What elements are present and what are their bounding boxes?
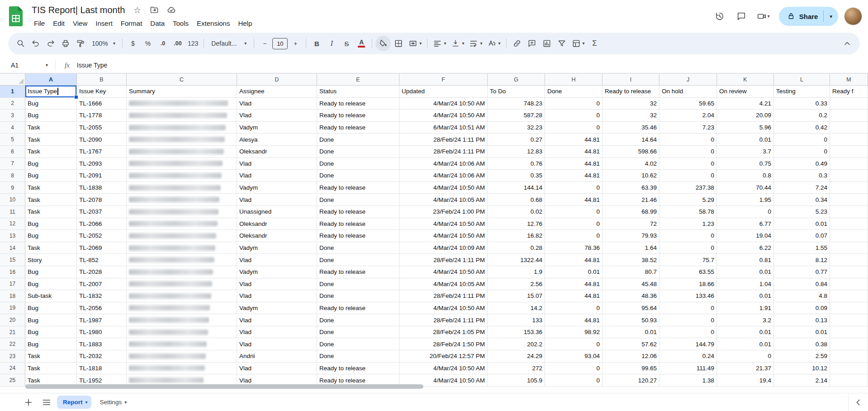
row-header-5[interactable]: 5 [0, 134, 25, 146]
text-wrap-button[interactable]: ▾ [467, 36, 484, 51]
cell-I12[interactable]: 72 [602, 218, 659, 230]
row-header-12[interactable]: 12 [0, 218, 25, 230]
cell-D3[interactable]: Vlad [237, 110, 317, 122]
cell-J20[interactable]: 0 [659, 314, 717, 326]
cell-I7[interactable]: 4.02 [602, 158, 659, 170]
cell-B21[interactable]: TL-1980 [77, 326, 127, 339]
zoom-dropdown[interactable]: 100% ▾ [88, 36, 119, 51]
cell-C19[interactable] [127, 302, 237, 315]
cell-I22[interactable]: 57.62 [602, 338, 659, 350]
cell-M10[interactable] [830, 194, 868, 206]
font-dropdown[interactable]: Default... ▾ [207, 36, 251, 51]
cell-M16[interactable] [830, 266, 868, 278]
cell-D23[interactable]: Andrii [237, 350, 317, 363]
row-header-15[interactable]: 15 [0, 254, 25, 266]
cell-G8[interactable]: 0.35 [488, 170, 545, 182]
cell-K14[interactable]: 6.22 [717, 242, 774, 254]
cell-H24[interactable]: 0 [545, 363, 602, 375]
add-sheet-button[interactable] [20, 394, 37, 411]
cell-H20[interactable]: 44.81 [545, 314, 602, 326]
cell-B15[interactable]: TL-852 [77, 254, 127, 266]
cell-J8[interactable]: 0 [659, 170, 717, 182]
cell-J9[interactable]: 237.38 [659, 182, 717, 194]
cell-M24[interactable] [830, 363, 868, 375]
cell-B9[interactable]: TL-1838 [77, 182, 127, 194]
redo-button[interactable] [43, 36, 58, 51]
cell-H1[interactable]: Done [545, 86, 602, 98]
fill-color-button[interactable] [375, 36, 391, 51]
cell-G1[interactable]: To Do [488, 86, 545, 98]
row-header-23[interactable]: 23 [0, 350, 25, 363]
cell-L19[interactable]: 0.09 [774, 302, 830, 315]
cell-J10[interactable]: 5.29 [659, 194, 717, 206]
cell-I23[interactable]: 12.06 [602, 350, 659, 363]
cell-K16[interactable]: 0.01 [717, 266, 774, 278]
cell-L22[interactable]: 0.38 [774, 338, 830, 350]
menu-file[interactable]: File [30, 18, 49, 29]
cell-K2[interactable]: 4.21 [717, 98, 774, 110]
cell-L10[interactable]: 0.34 [774, 194, 830, 206]
create-filter-button[interactable] [555, 36, 569, 51]
cell-C11[interactable] [127, 206, 237, 218]
cell-M19[interactable] [830, 302, 868, 315]
cell-I13[interactable]: 79.93 [602, 230, 659, 242]
cell-C22[interactable] [127, 338, 237, 350]
cell-G24[interactable]: 272 [488, 363, 545, 375]
cell-D11[interactable]: Unassigned [237, 206, 317, 218]
row-header-9[interactable]: 9 [0, 182, 25, 194]
cell-J24[interactable]: 111.49 [659, 363, 717, 375]
cell-I18[interactable]: 48.36 [602, 290, 659, 302]
cell-K20[interactable]: 3.2 [717, 314, 774, 326]
cell-M25[interactable] [830, 374, 868, 387]
cell-M3[interactable] [830, 110, 868, 122]
cell-L11[interactable]: 5.23 [774, 206, 830, 218]
join-call-button[interactable]: ▾ [753, 6, 773, 26]
cell-B19[interactable]: TL-2056 [77, 302, 127, 315]
name-box[interactable]: A1 ▾ [5, 59, 52, 72]
cell-H11[interactable]: 0 [545, 206, 602, 218]
cell-G11[interactable]: 0.02 [488, 206, 545, 218]
cell-I9[interactable]: 63.39 [602, 182, 659, 194]
vertical-align-button[interactable]: ▾ [449, 36, 466, 51]
cell-E1[interactable]: Status [317, 86, 399, 98]
cell-G6[interactable]: 12.83 [488, 146, 545, 158]
cell-K18[interactable]: 0.01 [717, 290, 774, 302]
cell-M11[interactable] [830, 206, 868, 218]
cell-G21[interactable]: 153.36 [488, 326, 545, 339]
cell-B2[interactable]: TL-1666 [77, 98, 127, 110]
cell-D21[interactable]: Vlad [237, 326, 317, 339]
borders-button[interactable] [391, 36, 406, 51]
sheet-tab-report[interactable]: Report ▾ [57, 396, 91, 409]
cell-J4[interactable]: 7.23 [659, 122, 717, 134]
cell-K13[interactable]: 19.04 [717, 230, 774, 242]
cell-L24[interactable]: 10.12 [774, 363, 830, 375]
cell-K21[interactable]: 0.01 [717, 326, 774, 339]
cell-G19[interactable]: 14.2 [488, 302, 545, 315]
column-header-M[interactable]: M [830, 73, 868, 86]
cell-K6[interactable]: 3.7 [717, 146, 774, 158]
cell-D6[interactable]: Oleksandr [237, 146, 317, 158]
cell-B4[interactable]: TL-2055 [77, 122, 127, 134]
cell-B1[interactable]: Issue Key [77, 86, 127, 98]
cell-F16[interactable]: 4/Mar/24 10:50 AM [399, 266, 488, 278]
cell-D22[interactable]: Vlad [237, 338, 317, 350]
cell-A24[interactable]: Task [25, 363, 77, 375]
row-header-21[interactable]: 21 [0, 326, 25, 339]
column-header-D[interactable]: D [237, 73, 317, 86]
cell-G18[interactable]: 15.07 [488, 290, 545, 302]
cell-K9[interactable]: 70.44 [717, 182, 774, 194]
cell-H21[interactable]: 98.92 [545, 326, 602, 339]
cell-J11[interactable]: 58.78 [659, 206, 717, 218]
cloud-status-icon[interactable] [164, 4, 179, 16]
cell-F3[interactable]: 4/Mar/24 10:50 AM [399, 110, 488, 122]
cell-H2[interactable]: 0 [545, 98, 602, 110]
row-header-2[interactable]: 2 [0, 98, 25, 110]
cell-K3[interactable]: 20.09 [717, 110, 774, 122]
cell-F5[interactable]: 28/Feb/24 1:11 PM [399, 134, 488, 146]
cell-G20[interactable]: 133 [488, 314, 545, 326]
cell-G13[interactable]: 16.82 [488, 230, 545, 242]
cell-J12[interactable]: 1.23 [659, 218, 717, 230]
cell-A1[interactable]: Issue Type [25, 86, 77, 98]
cell-A13[interactable]: Bug [25, 230, 77, 242]
cell-B10[interactable]: TL-2078 [77, 194, 127, 206]
